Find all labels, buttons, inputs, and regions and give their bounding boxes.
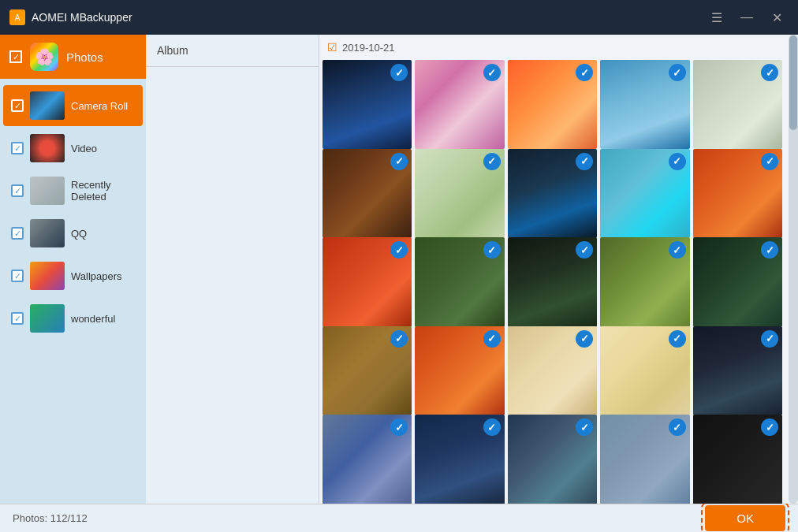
sidebar-item-wonderful[interactable]: ✓ wonderful (3, 298, 143, 339)
date-label: 2019-10-21 (342, 42, 395, 54)
app-title: AOMEI MBackupper (32, 11, 132, 24)
minimize-button[interactable]: — (735, 6, 759, 29)
photo-check-23[interactable]: ✓ (576, 419, 593, 436)
photo-cell-19[interactable]: ✓ (600, 326, 689, 415)
photo-check-9[interactable]: ✓ (669, 153, 686, 170)
photo-check-4[interactable]: ✓ (669, 64, 686, 81)
photo-check-17[interactable]: ✓ (483, 330, 501, 348)
title-bar-controls: ☰ — ✕ (705, 6, 789, 29)
photo-cell-16[interactable]: ✓ (323, 326, 412, 415)
photo-check-12[interactable]: ✓ (483, 241, 501, 259)
camera-roll-checkbox[interactable]: ✓ (11, 99, 24, 112)
photo-check-24[interactable]: ✓ (669, 419, 686, 436)
photo-check-10[interactable]: ✓ (761, 153, 778, 170)
photo-check-2[interactable]: ✓ (483, 64, 501, 81)
photo-cell-4[interactable]: ✓ (600, 60, 689, 149)
photo-check-22[interactable]: ✓ (483, 419, 501, 436)
sidebar-item-video[interactable]: ✓ Video (3, 128, 143, 169)
sidebar-item-qq[interactable]: ✓ QQ (3, 213, 143, 254)
photo-grid: ✓✓✓✓✓✓✓✓✓✓✓✓✓✓✓✓✓✓✓✓✓✓✓✓✓ (319, 57, 798, 504)
list-view-button[interactable]: ☰ (705, 6, 729, 29)
photos-checkbox[interactable]: ✓ (9, 50, 22, 63)
status-bar: Photos: 112/112 OK (0, 504, 798, 532)
photo-check-6[interactable]: ✓ (390, 153, 408, 170)
photo-check-13[interactable]: ✓ (576, 241, 593, 259)
sidebar-item-wallpapers[interactable]: ✓ Wallpapers (3, 255, 143, 296)
qq-label: QQ (71, 228, 87, 240)
date-header: ☑ 2019-10-21 (319, 35, 798, 57)
photo-cell-22[interactable]: ✓ (415, 415, 504, 504)
recently-deleted-checkbox[interactable]: ✓ (11, 184, 24, 197)
photo-check-25[interactable]: ✓ (761, 419, 778, 436)
scrollbar-thumb[interactable] (789, 35, 797, 130)
photo-cell-25[interactable]: ✓ (693, 415, 782, 504)
photo-cell-14[interactable]: ✓ (600, 237, 689, 326)
photo-cell-23[interactable]: ✓ (508, 415, 597, 504)
title-bar-left: A AOMEI MBackupper (9, 9, 132, 25)
photo-check-16[interactable]: ✓ (390, 330, 408, 348)
scrollbar[interactable] (789, 35, 798, 504)
photo-cell-5[interactable]: ✓ (693, 60, 782, 149)
photo-check-20[interactable]: ✓ (761, 330, 778, 348)
photo-cell-15[interactable]: ✓ (693, 237, 782, 326)
app-icon: A (9, 9, 25, 25)
camera-roll-label: Camera Roll (71, 100, 128, 112)
sidebar-item-camera-roll[interactable]: ✓ Camera Roll (3, 85, 143, 126)
sidebar-item-recently-deleted[interactable]: ✓ Recently Deleted (3, 170, 143, 211)
wonderful-checkbox[interactable]: ✓ (11, 312, 24, 325)
photo-cell-17[interactable]: ✓ (415, 326, 504, 415)
photo-cell-3[interactable]: ✓ (508, 60, 597, 149)
photo-check-15[interactable]: ✓ (761, 241, 778, 259)
photo-cell-2[interactable]: ✓ (415, 60, 504, 149)
photos-count: Photos: 112/112 (13, 512, 88, 524)
video-checkbox[interactable]: ✓ (11, 142, 24, 154)
photo-cell-7[interactable]: ✓ (415, 149, 504, 238)
photo-check-19[interactable]: ✓ (669, 330, 686, 348)
qq-checkbox[interactable]: ✓ (11, 227, 24, 240)
video-thumb (30, 134, 65, 162)
album-header: Album (146, 35, 319, 67)
video-label: Video (71, 143, 97, 154)
photo-cell-10[interactable]: ✓ (693, 149, 782, 238)
photo-cell-13[interactable]: ✓ (508, 237, 597, 326)
sidebar-items: ✓ Camera Roll ✓ Video ✓ Recently Deleted… (0, 79, 146, 504)
main-area: ✓ 🌸 Photos ✓ Camera Roll ✓ Video ✓ Recen… (0, 35, 798, 504)
photo-check-18[interactable]: ✓ (576, 330, 593, 348)
wallpapers-checkbox[interactable]: ✓ (11, 270, 24, 282)
photo-cell-12[interactable]: ✓ (415, 237, 504, 326)
photo-cell-9[interactable]: ✓ (600, 149, 689, 238)
wallpapers-label: Wallpapers (71, 270, 122, 282)
title-bar: A AOMEI MBackupper ☰ — ✕ (0, 0, 798, 35)
wallpapers-thumb (30, 262, 65, 290)
photo-cell-21[interactable]: ✓ (323, 415, 412, 504)
photo-cell-8[interactable]: ✓ (508, 149, 597, 238)
sidebar-photos-header[interactable]: ✓ 🌸 Photos (0, 35, 146, 79)
photos-label: Photos (66, 50, 103, 64)
photo-check-1[interactable]: ✓ (390, 64, 408, 81)
photo-cell-24[interactable]: ✓ (600, 415, 689, 504)
photos-icon: 🌸 (30, 43, 58, 71)
photo-check-8[interactable]: ✓ (576, 153, 593, 170)
photo-cell-18[interactable]: ✓ (508, 326, 597, 415)
photo-cell-11[interactable]: ✓ (323, 237, 412, 326)
recently-deleted-label: Recently Deleted (71, 179, 135, 203)
wonderful-thumb (30, 304, 65, 333)
sidebar: ✓ 🌸 Photos ✓ Camera Roll ✓ Video ✓ Recen… (0, 35, 146, 504)
photo-check-21[interactable]: ✓ (390, 419, 408, 436)
photo-cell-20[interactable]: ✓ (693, 326, 782, 415)
wonderful-label: wonderful (71, 313, 115, 325)
ok-button[interactable]: OK (705, 505, 785, 531)
photo-check-14[interactable]: ✓ (669, 241, 686, 259)
photo-check-3[interactable]: ✓ (576, 64, 593, 81)
camera-roll-thumb (30, 91, 65, 120)
date-checkbox-icon[interactable]: ☑ (327, 41, 337, 54)
qq-thumb (30, 219, 65, 247)
photo-cell-1[interactable]: ✓ (323, 60, 412, 149)
photo-cell-6[interactable]: ✓ (323, 149, 412, 238)
photo-check-11[interactable]: ✓ (390, 241, 408, 259)
content-panel: ☑ 2019-10-21 ✓✓✓✓✓✓✓✓✓✓✓✓✓✓✓✓✓✓✓✓✓✓✓✓✓ (319, 35, 798, 504)
middle-panel: Album (146, 35, 319, 504)
close-button[interactable]: ✕ (765, 6, 789, 29)
photo-check-7[interactable]: ✓ (483, 153, 501, 170)
photo-check-5[interactable]: ✓ (761, 64, 778, 81)
